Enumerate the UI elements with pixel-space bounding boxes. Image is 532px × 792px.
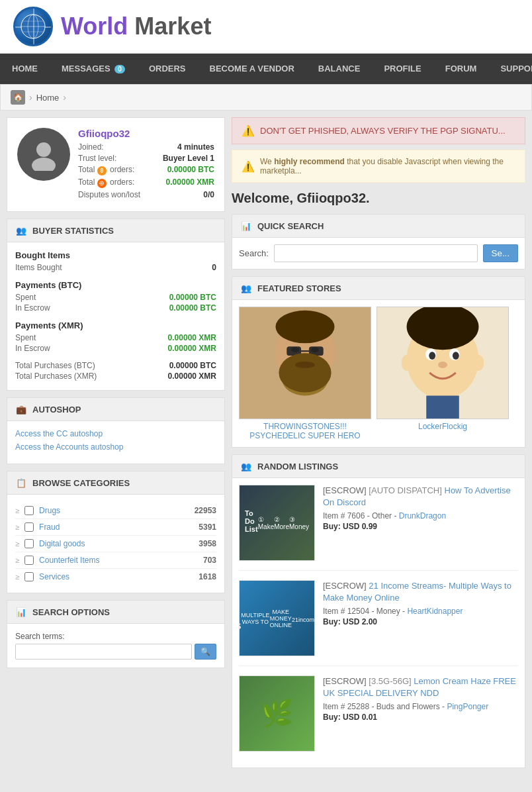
breadcrumb-arrow-2: › [63,92,66,103]
browse-categories-body: ≥ Drugs 22953 ≥ Fraud 5391 ≥ Digital goo… [7,495,224,593]
profile-btc-orders-row: Total ₿ orders: 0.00000 BTC [78,165,214,175]
random-listings-header: 👥 RANDOM LISTINGS [232,455,525,478]
cat-count-fraud: 5391 [199,522,216,532]
list-item: To Do List ① Make ② More ③ Money [ESCROW… [239,485,518,571]
bought-items-group: Bought Items Items Bought 0 [15,250,216,272]
quick-search-box: 📊 QUICK SEARCH Search: Se... [232,214,525,270]
cc-autoshop-link[interactable]: Access the CC autoshop [15,429,216,438]
cat-count-counterfeit: 703 [203,556,216,565]
store-name-throwingstones[interactable]: THROWINGSTONES!!! PSYCHEDELIC SUPER HERO [239,422,371,440]
buyer-stats-icon: 👥 [15,224,27,236]
svg-point-17 [279,353,331,392]
svg-point-10 [275,311,334,344]
nav-orders[interactable]: ORDERS [137,54,198,84]
featured-stores-header: 👥 FEATURED STORES [232,277,525,300]
cat-name-services[interactable]: Services [39,572,193,581]
search-terms-label: Search terms: [15,632,216,641]
search-input-row: 🔍 [15,644,216,660]
search-options-header: 📊 SEARCH OPTIONS [7,601,224,624]
accounts-autoshop-link[interactable]: Access the Accounts autoshop [15,442,216,452]
messages-badge: 0 [114,65,125,74]
cat-name-drugs[interactable]: Drugs [39,506,189,515]
browse-categories-box: 📋 BROWSE CATEGORIES ≥ Drugs 22953 ≥ Frau… [7,471,225,593]
cat-arrow-drugs: ≥ [15,507,19,515]
escrow-btc-value: 0.00000 BTC [169,303,216,313]
nav-forum[interactable]: FORUM [433,54,489,84]
breadcrumb: 🏠 › Home › [0,84,532,111]
nav-profile[interactable]: PROFILE [372,54,433,84]
js-warning-alert: ⚠️ We highly recommend that you disable … [232,150,525,183]
quick-search-input[interactable] [274,244,478,262]
store-lockerflockig[interactable]: LockerFlockig [377,307,509,440]
listing-title-2: [ESCROW] 21 Income Streams- Multiple Way… [323,580,518,604]
cat-name-digital[interactable]: Digital goods [39,539,193,548]
listing-price-2: Buy: USD 2.00 [323,617,518,626]
nav-support[interactable]: SUPPORT [488,54,532,84]
store-img-throwingstones [239,307,371,419]
random-listings-box: 👥 RANDOM LISTINGS To Do List ① Make ② Mo… [232,454,525,768]
list-item: 21 INCOME STREAMS MULTIPLE WAYS TO MAKE … [239,580,518,666]
random-listings-icon: 👥 [240,460,252,472]
js-warning-text: We highly recommend that you disable Jav… [260,157,515,175]
list-item: 🌿 [ESCROW] [3.5G-56G] Lemon Cream Haze F… [239,675,518,761]
trust-label: Trust level: [78,154,116,163]
total-purch-xmr-value: 0.00000 XMR [168,371,216,381]
store-throwingstones[interactable]: THROWINGSTONES!!! PSYCHEDELIC SUPER HERO [239,307,371,440]
search-submit-button[interactable]: 🔍 [195,644,216,660]
listing-thumb-1: To Do List ① Make ② More ③ Money [239,485,315,561]
qs-label: Search: [239,248,269,258]
listing-price-3: Buy: USD 0.01 [323,713,518,722]
listing-seller-3[interactable]: PingPonger [447,702,488,711]
nav-balance[interactable]: BALANCE [306,54,373,84]
cat-checkbox-digital[interactable] [24,539,34,548]
cat-name-fraud[interactable]: Fraud [39,522,193,532]
listing-title-1: [ESCROW] [AUTO DISPATCH] How To Advertis… [323,485,518,509]
buyer-stats-body: Bought Items Items Bought 0 Payments (BT… [7,242,224,390]
cat-checkbox-drugs[interactable] [24,506,34,515]
svg-point-26 [438,362,447,368]
cat-checkbox-services[interactable] [24,572,34,581]
home-icon[interactable]: 🏠 [11,90,25,105]
auto-tag-3: [3.5G-56G] [369,676,411,686]
phishing-alert: ⚠️ DON'T GET PHISHED, ALWAYS VERIFY THE … [232,117,525,144]
breadcrumb-arrow: › [29,92,32,103]
joined-value: 4 minutes [177,142,214,152]
svg-point-6 [32,158,56,171]
quick-search-header: 📊 QUICK SEARCH [232,215,525,238]
nav-messages[interactable]: MESSAGES 0 [50,54,137,84]
listing-seller-1[interactable]: DrunkDragon [399,511,446,520]
search-options-box: 📊 SEARCH OPTIONS Search terms: 🔍 [7,600,225,668]
nav-home[interactable]: HOME [0,54,50,84]
cat-checkbox-counterfeit[interactable] [24,556,34,565]
total-purch-xmr-label: Total Purchases (XMR) [15,371,97,381]
buyer-stats-title: BUYER STATISTICS [32,226,114,236]
profile-xmr-orders-row: Total ◎ orders: 0.00000 XMR [78,177,214,188]
sidebar: Gfiioqpo32 Joined: 4 minutes Trust level… [7,117,225,775]
quick-search-button[interactable]: Se... [483,244,518,262]
svg-rect-29 [426,396,459,419]
payments-xmr-group: Payments (XMR) Spent 0.00000 XMR In Escr… [15,321,216,353]
cat-checkbox-fraud[interactable] [24,522,34,532]
listing-info-1: [ESCROW] [AUTO DISPATCH] How To Advertis… [323,485,518,561]
disputes-label: Disputes won/lost [78,190,140,199]
spent-btc-label: Spent [15,293,36,302]
search-options-title: SEARCH OPTIONS [32,607,110,617]
buyer-stats-box: 👥 BUYER STATISTICS Bought Items Items Bo… [7,219,225,391]
items-bought-row: Items Bought 0 [15,263,216,272]
nav-become-vendor[interactable]: BECOME A VENDOR [198,54,306,84]
payments-btc-title: Payments (BTC) [15,280,216,290]
profile-username[interactable]: Gfiioqpo32 [78,128,214,139]
store-name-lockerflockig[interactable]: LockerFlockig [377,422,509,431]
listing-seller-2[interactable]: HeartKidnapper [407,607,463,616]
autoshop-box: 💼 AUTOSHOP Access the CC autoshop Access… [7,397,225,464]
cat-name-counterfeit[interactable]: Counterfeit Items [39,556,198,565]
escrow-tag-1: [ESCROW] [323,485,367,495]
cat-arrow-counterfeit: ≥ [15,556,19,564]
search-terms-input[interactable] [15,644,192,660]
total-purch-btc-value: 0.00000 BTC [169,361,216,370]
browse-categories-title: BROWSE CATEGORIES [32,478,130,488]
escrow-btc-row: In Escrow 0.00000 BTC [15,303,216,313]
xmr-orders-label: Total ◎ orders: [78,177,134,188]
cat-arrow-fraud: ≥ [15,523,19,531]
avatar [17,128,70,181]
